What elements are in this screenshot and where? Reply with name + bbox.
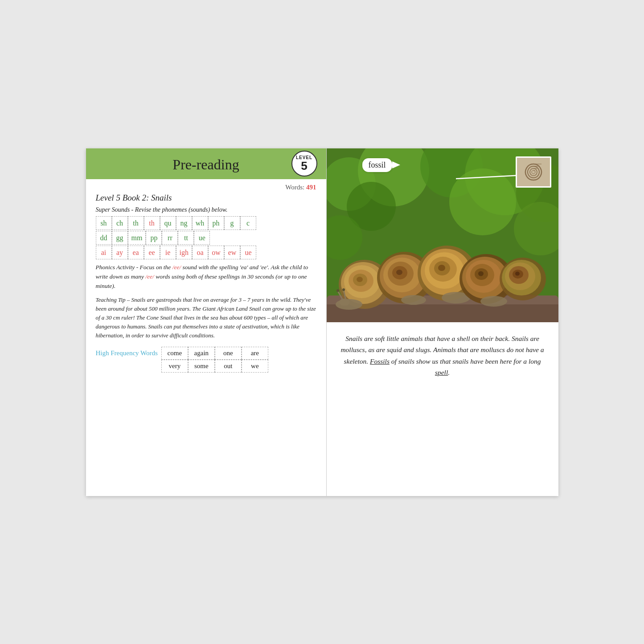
phonics-label: Phonics Activity - Focus on the xyxy=(96,264,172,271)
sound-th2: th xyxy=(144,216,160,230)
sound-ay: ay xyxy=(112,246,128,259)
hfw-label: High Frequency Words xyxy=(96,347,158,357)
fossil-label: fossil xyxy=(369,160,386,169)
sound-ue: ue xyxy=(194,231,210,245)
sound-ea: ea xyxy=(128,246,144,259)
spell-word: spell xyxy=(435,369,448,376)
sound-sh: sh xyxy=(96,216,112,230)
right-text: Snails are soft little animals that have… xyxy=(327,322,558,387)
svg-point-20 xyxy=(339,299,350,306)
svg-point-44 xyxy=(478,271,484,276)
svg-point-31 xyxy=(401,295,426,305)
body-text-end: . xyxy=(448,369,450,376)
hfw-very: very xyxy=(161,360,188,373)
sounds-row-2: dd gg mm pp rr tt ue xyxy=(96,231,316,245)
sound-rr: rr xyxy=(162,231,178,245)
hfw-out: out xyxy=(215,360,242,373)
sound-igh: igh xyxy=(176,246,192,259)
svg-point-24 xyxy=(342,288,345,291)
sounds-row-3: ai ay ea ee ie igh oa ow ew ue xyxy=(96,246,316,259)
svg-point-37 xyxy=(438,265,445,271)
hfw-grid: come again one are very some out we xyxy=(161,347,268,373)
book-title: Level 5 Book 2: Snails xyxy=(96,193,316,203)
teaching-tip: Teaching Tip – Snails are gastropods tha… xyxy=(96,295,316,340)
hfw-some: some xyxy=(188,360,215,373)
words-label: Words: xyxy=(285,184,304,191)
svg-point-51 xyxy=(515,271,520,275)
sound-ph: ph xyxy=(208,216,224,230)
svg-point-23 xyxy=(336,289,339,292)
sound-dd: dd xyxy=(96,231,112,245)
snail-scene: fossil xyxy=(327,148,558,322)
super-sounds-label: Super Sounds - Revise the phonemes (soun… xyxy=(96,206,316,213)
words-count: 491 xyxy=(306,184,316,191)
hfw-section: High Frequency Words come again one are … xyxy=(96,347,316,373)
left-content: Words: 491 Level 5 Book 2: Snails Super … xyxy=(86,179,326,487)
svg-point-30 xyxy=(396,270,402,275)
left-panel: Pre-reading LEVEL 5 Words: 491 Level 5 B… xyxy=(86,148,327,496)
hfw-again: again xyxy=(188,347,215,360)
sound-pp: pp xyxy=(146,231,162,245)
phonics-ee1: /ee/ xyxy=(172,264,181,271)
sounds-grid: sh ch th th qu ng wh ph g c dd gg mm pp … xyxy=(96,216,316,260)
header-bar: Pre-reading LEVEL 5 xyxy=(86,148,326,179)
fossil-callout: fossil xyxy=(362,158,392,172)
sound-g: g xyxy=(224,216,240,230)
hfw-are: are xyxy=(242,347,268,360)
snail-image-container: fossil xyxy=(327,148,558,322)
sound-ee: ee xyxy=(144,246,160,259)
sound-ew: ew xyxy=(224,246,240,259)
sound-mm: mm xyxy=(128,231,146,245)
body-text-part2: of snails show us that snails have been … xyxy=(391,357,541,365)
sound-c: c xyxy=(240,216,256,230)
sound-oa: oa xyxy=(192,246,208,259)
sound-th1: th xyxy=(128,216,144,230)
sound-tt: tt xyxy=(178,231,194,245)
sound-ng: ng xyxy=(176,216,192,230)
fossil-bubble: fossil xyxy=(362,158,392,172)
hfw-row-1: come again one are xyxy=(161,347,268,360)
sound-ch: ch xyxy=(112,216,128,230)
right-panel: fossil xyxy=(327,148,558,496)
svg-rect-54 xyxy=(520,159,547,185)
page-container: Pre-reading LEVEL 5 Words: 491 Level 5 B… xyxy=(86,148,558,496)
words-line: Words: 491 xyxy=(96,184,316,191)
phonics-section: Phonics Activity - Focus on the /ee/ sou… xyxy=(96,263,316,291)
sound-ow: ow xyxy=(208,246,224,259)
phonics-ee2: /ee/ xyxy=(145,273,154,280)
sound-qu: qu xyxy=(160,216,176,230)
svg-point-45 xyxy=(480,296,507,307)
level-number: 5 xyxy=(301,160,307,172)
hfw-we: we xyxy=(242,360,268,373)
fossil-thumbnail xyxy=(516,156,551,188)
hfw-come: come xyxy=(161,347,188,360)
pre-reading-title: Pre-reading xyxy=(172,156,239,173)
fossils-word: Fossils xyxy=(370,357,390,365)
sound-ue2: ue xyxy=(240,246,256,259)
sound-ai: ai xyxy=(96,246,112,259)
hfw-one: one xyxy=(215,347,242,360)
level-badge: LEVEL 5 xyxy=(291,151,317,176)
sound-ie: ie xyxy=(160,246,176,259)
hfw-row-2: very some out we xyxy=(161,360,268,373)
sound-gg: gg xyxy=(112,231,128,245)
sound-wh: wh xyxy=(192,216,208,230)
svg-point-18 xyxy=(357,277,363,282)
teaching-label: Teaching Tip – xyxy=(96,296,131,303)
sounds-row-1: sh ch th th qu ng wh ph g c xyxy=(96,216,316,230)
